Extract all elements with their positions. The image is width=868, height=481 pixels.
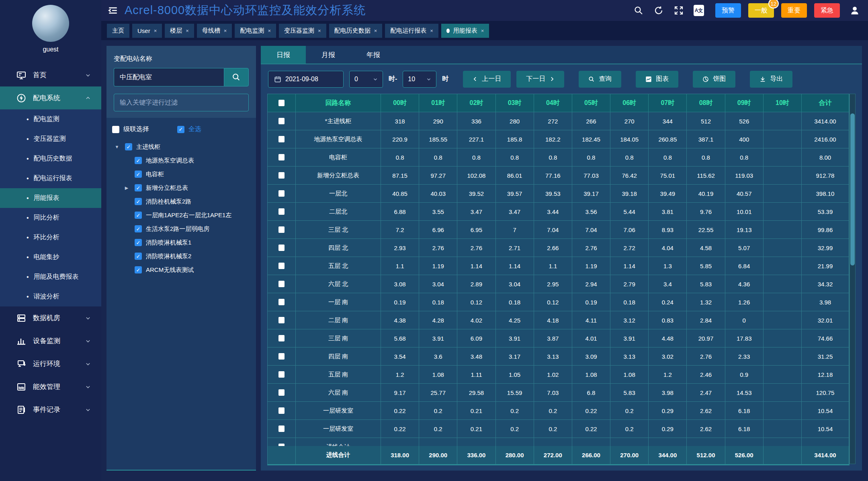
- tree-node-一层南1APE2右一层北1APE1左[interactable]: ✓一层南1APE2右一层北1APE1左: [109, 208, 254, 222]
- sidebar-item-配电监测[interactable]: •配电监测: [0, 109, 101, 129]
- tree-node-生活水泵2路一层弱电房[interactable]: ✓生活水泵2路一层弱电房: [109, 222, 254, 236]
- sidebar-item-用能及电费报表[interactable]: •用能及电费报表: [0, 267, 101, 287]
- close-tab-icon[interactable]: ×: [430, 28, 433, 34]
- sidebar-item-运行环境[interactable]: 运行环境: [0, 352, 101, 375]
- row-checkbox[interactable]: [278, 281, 285, 287]
- close-tab-icon[interactable]: ×: [186, 28, 189, 34]
- row-checkbox[interactable]: [278, 299, 285, 305]
- report-tab-日报[interactable]: 日报: [261, 46, 306, 64]
- close-tab-icon[interactable]: ×: [268, 28, 271, 34]
- sidebar-item-设备监测[interactable]: 设备监测: [0, 329, 101, 352]
- page-tab-User[interactable]: User×: [132, 24, 162, 38]
- select-all-label[interactable]: 全选: [188, 125, 201, 134]
- page-tab-配电运行报表[interactable]: 配电运行报表×: [385, 24, 438, 38]
- sidebar-item-用能报表[interactable]: •用能报表: [0, 188, 101, 208]
- caret-down-icon[interactable]: ▼: [113, 144, 121, 149]
- row-checkbox[interactable]: [278, 263, 285, 269]
- row-checkbox[interactable]: [278, 317, 285, 323]
- refresh-icon[interactable]: [653, 5, 664, 16]
- tree-node-消防栓机械泵2路[interactable]: ✓消防栓机械泵2路: [109, 195, 254, 208]
- tree-checkbox[interactable]: ✓: [135, 198, 142, 205]
- page-tab-变压器监测[interactable]: 变压器监测×: [279, 24, 326, 38]
- close-tab-icon[interactable]: ×: [318, 28, 321, 34]
- page-tab-楼层[interactable]: 楼层×: [165, 24, 194, 38]
- close-tab-icon[interactable]: ×: [224, 28, 227, 34]
- row-checkbox[interactable]: [278, 136, 285, 142]
- row-checkbox[interactable]: [278, 407, 285, 414]
- sidebar-item-电能集抄[interactable]: •电能集抄: [0, 247, 101, 267]
- tree-checkbox[interactable]: ✓: [135, 157, 142, 164]
- row-checkbox[interactable]: [278, 245, 285, 251]
- close-tab-icon[interactable]: ×: [481, 28, 484, 34]
- tree-checkbox[interactable]: ✓: [135, 239, 142, 246]
- page-tab-配电监测[interactable]: 配电监测×: [235, 24, 276, 38]
- station-name-input[interactable]: [114, 68, 224, 86]
- row-checkbox[interactable]: [278, 172, 285, 179]
- sidebar-item-谐波分析[interactable]: •谐波分析: [0, 287, 101, 306]
- tree-checkbox[interactable]: ✓: [135, 253, 142, 260]
- date-picker[interactable]: 2021-09-08: [268, 71, 344, 88]
- tree-checkbox[interactable]: ✓: [135, 184, 142, 191]
- tree-node-ARCM无线表测试[interactable]: ✓ARCM无线表测试: [109, 263, 254, 277]
- row-checkbox[interactable]: [278, 426, 285, 432]
- fullscreen-icon[interactable]: [674, 5, 684, 16]
- caret-right-icon[interactable]: ▶: [123, 185, 131, 191]
- sidebar-item-事件记录[interactable]: 事件记录: [0, 398, 101, 421]
- page-tab-主页[interactable]: 主页: [107, 24, 129, 38]
- export-button[interactable]: 导出: [750, 71, 792, 88]
- sidebar-item-数据机房[interactable]: 数据机房: [0, 306, 101, 329]
- station-search-button[interactable]: [224, 68, 249, 86]
- sidebar-item-同比分析[interactable]: •同比分析: [0, 208, 101, 228]
- tree-checkbox[interactable]: ✓: [135, 212, 142, 219]
- sidebar-item-能效管理[interactable]: 能效管理: [0, 375, 101, 398]
- sidebar-item-配电历史数据[interactable]: •配电历史数据: [0, 149, 101, 169]
- tree-node-电容柜[interactable]: ✓电容柜: [109, 167, 254, 181]
- sidebar-item-首页[interactable]: 首页: [0, 64, 101, 86]
- user-avatar[interactable]: [32, 5, 69, 42]
- close-tab-icon[interactable]: ×: [154, 28, 157, 34]
- hour-to-select[interactable]: 10: [403, 71, 436, 88]
- select-all-rows-checkbox[interactable]: [278, 100, 285, 106]
- row-checkbox[interactable]: [278, 335, 285, 341]
- sidebar-item-配电运行报表[interactable]: •配电运行报表: [0, 169, 101, 188]
- row-checkbox[interactable]: [278, 208, 285, 215]
- close-tab-icon[interactable]: ×: [374, 28, 377, 34]
- scrollbar-thumb[interactable]: [850, 113, 855, 265]
- row-checkbox[interactable]: [278, 353, 285, 360]
- alert-button-重要[interactable]: 重要: [781, 3, 807, 18]
- table-scrollbar[interactable]: [850, 94, 856, 464]
- row-checkbox[interactable]: [278, 118, 285, 124]
- row-checkbox[interactable]: [278, 190, 285, 197]
- sidebar-item-变压器监测[interactable]: •变压器监测: [0, 129, 101, 149]
- tree-checkbox[interactable]: ✓: [125, 143, 132, 150]
- next-day-button[interactable]: 下一日: [516, 71, 564, 88]
- page-tab-配电历史数据[interactable]: 配电历史数据×: [329, 24, 383, 38]
- keyword-filter-input[interactable]: [114, 94, 249, 111]
- row-checkbox[interactable]: [278, 154, 285, 160]
- search-icon[interactable]: [633, 5, 644, 16]
- row-checkbox[interactable]: [278, 371, 285, 378]
- prev-day-button[interactable]: 上一日: [463, 71, 511, 88]
- hour-from-select[interactable]: 0: [349, 71, 383, 88]
- alert-button-预警[interactable]: 预警: [715, 3, 741, 18]
- tree-node-主进线柜[interactable]: ▼✓主进线柜: [109, 140, 254, 154]
- collapse-menu-icon[interactable]: [107, 4, 119, 16]
- tree-checkbox[interactable]: ✓: [135, 171, 142, 178]
- row-checkbox[interactable]: [278, 389, 285, 396]
- row-checkbox[interactable]: [278, 226, 285, 233]
- query-button[interactable]: 查询: [579, 71, 621, 88]
- report-tab-月报[interactable]: 月报: [306, 46, 351, 64]
- alert-button-一般[interactable]: 一般12: [748, 3, 774, 18]
- user-icon[interactable]: [850, 5, 860, 16]
- tree-node-新增分立柜总表[interactable]: ▶✓新增分立柜总表: [109, 181, 254, 195]
- tree-node-地源热泵空调总表[interactable]: ✓地源热泵空调总表: [109, 154, 254, 167]
- chart-button[interactable]: 图表: [636, 71, 678, 88]
- tree-checkbox[interactable]: ✓: [135, 266, 142, 273]
- page-tab-用能报表[interactable]: 用能报表×: [441, 24, 489, 38]
- sidebar-item-环比分析[interactable]: •环比分析: [0, 228, 101, 247]
- language-icon[interactable]: A文: [694, 5, 704, 16]
- tree-node-消防喷淋机械泵1[interactable]: ✓消防喷淋机械泵1: [109, 236, 254, 249]
- page-tab-母线槽[interactable]: 母线槽×: [197, 24, 232, 38]
- select-all-checkbox[interactable]: ✓: [177, 126, 184, 133]
- cascade-checkbox[interactable]: [112, 126, 119, 133]
